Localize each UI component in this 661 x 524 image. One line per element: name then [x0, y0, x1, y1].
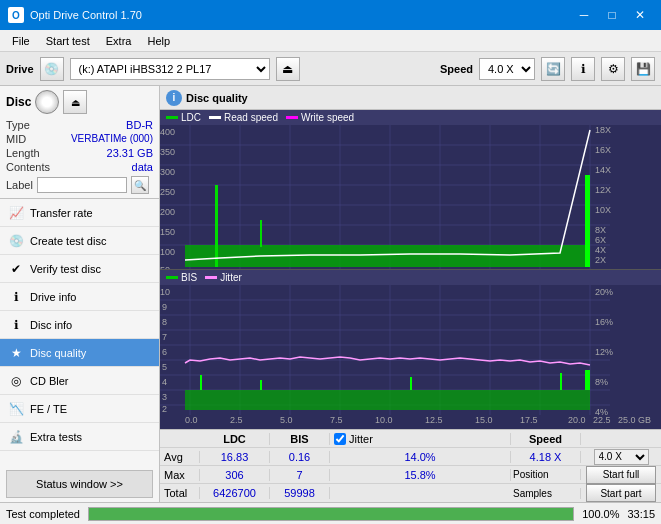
drive-label: Drive: [6, 63, 34, 75]
svg-rect-83: [585, 370, 590, 390]
disc-type-value: BD-R: [126, 119, 153, 131]
sidebar-item-disc-quality[interactable]: ★ Disc quality: [0, 339, 159, 367]
svg-text:18X: 18X: [595, 125, 611, 135]
menu-bar: File Start test Extra Help: [0, 30, 661, 52]
start-full-button[interactable]: Start full: [586, 466, 656, 484]
svg-text:8%: 8%: [595, 377, 608, 387]
sidebar-item-verify-test-disc[interactable]: ✔ Verify test disc: [0, 255, 159, 283]
top-chart-svg: 400 350 300 250 200 150 100 50 18X 16X 1…: [160, 125, 661, 270]
avg-label: Avg: [160, 451, 200, 463]
verify-test-disc-label: Verify test disc: [30, 263, 101, 275]
close-button[interactable]: ✕: [627, 5, 653, 25]
save-btn[interactable]: 💾: [631, 57, 655, 81]
cd-bler-icon: ◎: [8, 373, 24, 389]
max-label: Max: [160, 469, 200, 481]
disc-mid-value: VERBATIMe (000): [71, 133, 153, 145]
svg-text:16X: 16X: [595, 145, 611, 155]
svg-text:250: 250: [160, 187, 175, 197]
speed-select[interactable]: 4.0 X: [479, 58, 535, 80]
title-bar: O Opti Drive Control 1.70 ─ □ ✕: [0, 0, 661, 30]
stats-speed-select[interactable]: 4.0 X: [594, 449, 649, 465]
stats-avg-row: Avg 16.83 0.16 14.0% 4.18 X 4.0 X: [160, 448, 661, 466]
stats-h-jitter: Jitter: [330, 433, 511, 445]
top-chart-legend: LDC Read speed Write speed: [160, 110, 661, 125]
disc-mid-label: MID: [6, 133, 26, 145]
max-jitter: 15.8%: [330, 469, 511, 481]
svg-text:10X: 10X: [595, 205, 611, 215]
avg-speed: 4.18 X: [511, 451, 581, 463]
disc-quality-header: i Disc quality: [160, 86, 661, 110]
sidebar-item-extra-tests[interactable]: 🔬 Extra tests: [0, 423, 159, 451]
sidebar-item-create-test-disc[interactable]: 💿 Create test disc: [0, 227, 159, 255]
status-window-label: Status window >>: [36, 478, 123, 490]
ldc-color: [166, 116, 178, 119]
disc-length-row: Length 23.31 GB: [6, 146, 153, 160]
svg-text:17.5: 17.5: [520, 415, 538, 425]
menu-start-test[interactable]: Start test: [38, 30, 98, 51]
svg-text:2: 2: [162, 404, 167, 414]
sidebar-item-drive-info[interactable]: ℹ Drive info: [0, 283, 159, 311]
menu-help[interactable]: Help: [139, 30, 178, 51]
start-part-button[interactable]: Start part: [586, 484, 656, 502]
disc-label-input[interactable]: [37, 177, 127, 193]
content-area: i Disc quality LDC Read sp: [160, 86, 661, 502]
bottom-chart-svg: 10 9 8 7 6 5 4 3 2 20% 16% 12% 8%: [160, 285, 661, 425]
progress-bar-fill: [89, 508, 573, 520]
drive-select[interactable]: (k:) ATAPI iHBS312 2 PL17: [70, 58, 270, 80]
disc-icon: [35, 90, 59, 114]
sidebar-item-disc-info[interactable]: ℹ Disc info: [0, 311, 159, 339]
bis-label: BIS: [181, 272, 197, 283]
sidebar-item-transfer-rate[interactable]: 📈 Transfer rate: [0, 199, 159, 227]
disc-quality-title: Disc quality: [186, 92, 248, 104]
disc-section-label: Disc: [6, 95, 31, 109]
disc-quality-label: Disc quality: [30, 347, 86, 359]
svg-text:300: 300: [160, 167, 175, 177]
disc-mid-row: MID VERBATIMe (000): [6, 132, 153, 146]
svg-text:7.5: 7.5: [330, 415, 343, 425]
stats-h-ldc: LDC: [200, 433, 270, 445]
info-btn[interactable]: ℹ: [571, 57, 595, 81]
menu-extra[interactable]: Extra: [98, 30, 140, 51]
progress-percent: 100.0%: [582, 508, 619, 520]
drive-icon-btn[interactable]: 💿: [40, 57, 64, 81]
legend-read-speed: Read speed: [209, 112, 278, 123]
refresh-btn[interactable]: 🔄: [541, 57, 565, 81]
minimize-button[interactable]: ─: [571, 5, 597, 25]
title-bar-controls: ─ □ ✕: [571, 5, 653, 25]
sidebar-item-cd-bler[interactable]: ◎ CD Bler: [0, 367, 159, 395]
maximize-button[interactable]: □: [599, 5, 625, 25]
status-text: Test completed: [6, 508, 80, 520]
create-test-disc-icon: 💿: [8, 233, 24, 249]
status-window-btn[interactable]: Status window >>: [6, 470, 153, 498]
eject-button[interactable]: ⏏: [276, 57, 300, 81]
bottom-bar: Test completed 100.0% 33:15: [0, 502, 661, 524]
label-search-btn[interactable]: 🔍: [131, 176, 149, 194]
svg-text:12%: 12%: [595, 347, 613, 357]
bis-color: [166, 276, 178, 279]
fe-te-label: FE / TE: [30, 403, 67, 415]
extra-tests-icon: 🔬: [8, 429, 24, 445]
svg-text:16%: 16%: [595, 317, 613, 327]
disc-type-row: Type BD-R: [6, 118, 153, 132]
svg-rect-79: [200, 375, 202, 390]
stats-header-row: LDC BIS Jitter Speed: [160, 430, 661, 448]
disc-eject-btn[interactable]: ⏏: [63, 90, 87, 114]
disc-contents-value: data: [132, 161, 153, 173]
avg-jitter: 14.0%: [330, 451, 511, 463]
settings-btn[interactable]: ⚙: [601, 57, 625, 81]
jitter-checkbox[interactable]: [334, 433, 346, 445]
svg-text:6X: 6X: [595, 235, 606, 245]
disc-info-icon: ℹ: [8, 317, 24, 333]
svg-text:8X: 8X: [595, 225, 606, 235]
total-bis: 59998: [270, 487, 330, 499]
svg-text:3: 3: [162, 392, 167, 402]
menu-file[interactable]: File: [4, 30, 38, 51]
stats-max-row: Max 306 7 15.8% Position Start full: [160, 466, 661, 484]
read-speed-label: Read speed: [224, 112, 278, 123]
app-icon: O: [8, 7, 24, 23]
total-ldc: 6426700: [200, 487, 270, 499]
svg-text:20.0: 20.0: [568, 415, 586, 425]
sidebar-item-fe-te[interactable]: 📉 FE / TE: [0, 395, 159, 423]
svg-rect-81: [410, 377, 412, 390]
fe-te-icon: 📉: [8, 401, 24, 417]
